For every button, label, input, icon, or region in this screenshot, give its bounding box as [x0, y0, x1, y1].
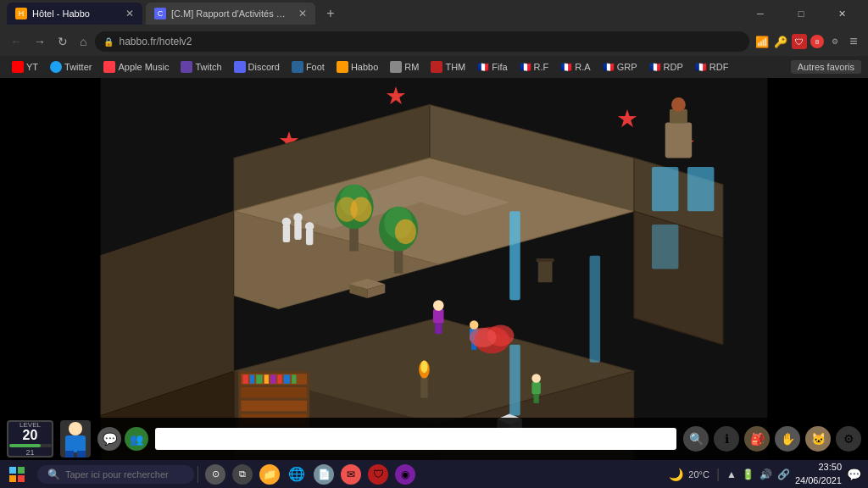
- taskbar-files-icon[interactable]: 📄: [310, 460, 337, 488]
- taskbar-purple-icon[interactable]: ◉: [392, 460, 419, 488]
- xp-fill: [9, 444, 42, 447]
- bookmark-favicon-thm: [431, 61, 442, 73]
- tab-close-habbo[interactable]: ✕: [125, 8, 134, 19]
- url-input[interactable]: 🔒 habbo.fr/hotelv2: [95, 31, 749, 52]
- mail-icon: ✉: [341, 464, 361, 485]
- bookmark-label-fifa: Fifa: [492, 62, 507, 72]
- bookmark-grp[interactable]: 🇫🇷 GRP: [598, 60, 643, 75]
- bookmark-twitch[interactable]: Twitch: [175, 59, 226, 75]
- minimize-button[interactable]: ─: [741, 0, 780, 27]
- svg-rect-74: [509, 345, 520, 416]
- bookmark-rdp[interactable]: 🇫🇷 RDP: [644, 60, 688, 75]
- tab-favicon-rapport: C: [154, 8, 166, 19]
- xp-bar: [9, 444, 52, 447]
- svg-rect-29: [264, 374, 269, 383]
- bookmark-favicon-discord: [234, 61, 246, 73]
- svg-point-51: [305, 222, 314, 230]
- taskbar-divider-2: |: [716, 467, 720, 482]
- svg-point-69: [671, 97, 686, 112]
- bookmark-flag-ra: 🇫🇷: [560, 62, 572, 73]
- tab-rapport[interactable]: C [C.M] Rapport d'Activités de henni? - …: [146, 3, 315, 25]
- taskbar-search-icon[interactable]: ⊙: [202, 460, 229, 488]
- battery-icon[interactable]: 🔋: [742, 469, 754, 480]
- start-button[interactable]: [0, 460, 34, 488]
- hud-icon-2[interactable]: ℹ: [714, 426, 739, 452]
- bookmark-apple-music[interactable]: Apple Music: [98, 59, 174, 75]
- maximize-button[interactable]: □: [782, 0, 821, 27]
- wifi-icon: 📶: [754, 34, 770, 49]
- hud-icon-3[interactable]: 🎒: [744, 426, 770, 452]
- search-bar[interactable]: 🔍: [37, 465, 194, 484]
- svg-rect-27: [250, 374, 254, 383]
- player-avatar: [60, 420, 91, 458]
- svg-point-72: [470, 328, 496, 347]
- search-input[interactable]: [65, 469, 184, 480]
- bookmark-flag-fifa: 🇫🇷: [477, 62, 489, 73]
- bookmark-yt[interactable]: YT: [7, 59, 43, 75]
- window-controls: ─ □ ✕: [741, 0, 861, 27]
- notification-center-icon[interactable]: 💬: [847, 468, 861, 481]
- shield-taskbar-icon: 🛡: [368, 464, 388, 485]
- bookmark-rm[interactable]: RM: [385, 59, 424, 75]
- menu-button[interactable]: ≡: [846, 34, 861, 49]
- taskbar-mail-icon[interactable]: ✉: [337, 460, 364, 488]
- bookmark-favicon-apple: [103, 61, 115, 73]
- bookmark-twitter[interactable]: Twitter: [45, 59, 97, 75]
- temperature-display: 20°C: [688, 469, 709, 480]
- close-button[interactable]: ✕: [822, 0, 861, 27]
- reload-button[interactable]: ↻: [54, 33, 71, 50]
- chrome-icon: 🌐: [287, 464, 307, 485]
- taskbar-chrome-icon[interactable]: 🌐: [283, 460, 310, 488]
- volume-icon[interactable]: 🔊: [760, 469, 772, 480]
- shield-ext-icon[interactable]: 🛡: [792, 34, 807, 49]
- new-tab-button[interactable]: +: [319, 3, 342, 25]
- friends-button[interactable]: 👥: [125, 427, 148, 451]
- network-icon[interactable]: ▲: [726, 469, 737, 480]
- bookmark-fifa[interactable]: 🇫🇷 Fifa: [472, 60, 512, 75]
- svg-rect-31: [277, 374, 281, 383]
- bookmark-label-thm: THM: [445, 62, 465, 72]
- chat-button[interactable]: 💬: [97, 427, 121, 451]
- forward-button[interactable]: →: [31, 33, 49, 50]
- bookmark-rdf[interactable]: 🇫🇷 RDF: [690, 60, 734, 75]
- game-area[interactable]: 🎒 ⛶ 532 20 2605 ◆: [0, 78, 868, 460]
- bookmark-favicon-twitter: [50, 61, 62, 73]
- home-button[interactable]: ⌂: [76, 33, 90, 50]
- night-mode-icon[interactable]: 🌙: [669, 468, 683, 481]
- svg-rect-86: [18, 467, 25, 474]
- svg-point-45: [395, 219, 416, 244]
- bookmark-discord[interactable]: Discord: [229, 59, 285, 75]
- bookmark-foot[interactable]: Foot: [287, 59, 330, 75]
- clock-date: 24/06/2021: [795, 474, 842, 487]
- extensions-button[interactable]: ⚙: [827, 34, 843, 49]
- svg-rect-67: [665, 122, 692, 158]
- clock-display: 23:50 24/06/2021: [795, 461, 842, 487]
- taskbar-shield-icon[interactable]: 🛡: [364, 460, 392, 488]
- bookmark-thm[interactable]: THM: [426, 59, 470, 75]
- svg-rect-84: [77, 451, 86, 458]
- chat-icons: 💬 👥: [97, 427, 148, 451]
- svg-rect-52: [433, 309, 444, 324]
- hud-icon-1[interactable]: 🔍: [683, 426, 709, 452]
- svg-rect-32: [284, 374, 290, 383]
- hud-icon-4[interactable]: ✋: [775, 426, 800, 452]
- tab-close-rapport[interactable]: ✕: [298, 8, 307, 19]
- clock-time: 23:50: [795, 461, 842, 474]
- bookmark-ra[interactable]: 🇫🇷 R.A: [555, 60, 595, 75]
- tab-habbo[interactable]: H Hôtel - Habbo ✕: [7, 3, 142, 25]
- svg-rect-28: [256, 374, 262, 383]
- taskbar-multitask-icon[interactable]: ⧉: [229, 460, 256, 488]
- bookmark-others[interactable]: Autres favoris: [791, 60, 861, 74]
- bookmark-rf[interactable]: 🇫🇷 R.F: [515, 60, 554, 75]
- back-button[interactable]: ←: [7, 33, 25, 50]
- bookmark-favicon-rm: [390, 61, 402, 73]
- chat-input[interactable]: [155, 428, 676, 450]
- settings-button[interactable]: ⚙: [836, 426, 861, 452]
- bookmark-label-twitch: Twitch: [195, 62, 221, 72]
- taskbar-folder-icon[interactable]: 📁: [256, 460, 283, 488]
- svg-rect-87: [9, 475, 16, 482]
- bookmark-habbo[interactable]: Habbo: [331, 59, 383, 75]
- hud-icon-5[interactable]: 🐱: [805, 426, 831, 452]
- link-icon[interactable]: 🔗: [777, 469, 790, 480]
- svg-rect-83: [65, 451, 74, 458]
